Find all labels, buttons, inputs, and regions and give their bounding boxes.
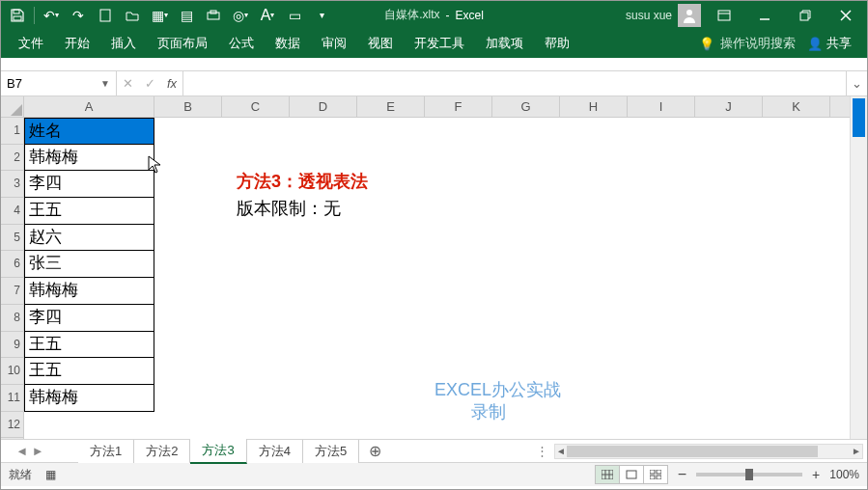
page-break-view-button[interactable] (643, 465, 668, 484)
row-header[interactable]: 2 (1, 145, 23, 172)
column-header[interactable]: G (492, 96, 560, 117)
row-header[interactable]: 8 (1, 305, 23, 332)
tab-formulas[interactable]: 公式 (219, 29, 264, 58)
column-header[interactable]: A (24, 96, 154, 117)
sheet-nav-arrows[interactable]: ◄ ► (1, 444, 59, 458)
sheet-tab[interactable]: 方法1 (78, 440, 134, 463)
column-header[interactable]: J (695, 96, 763, 117)
fx-icon[interactable]: fx (167, 76, 177, 91)
page-layout-view-button[interactable] (619, 465, 644, 484)
formula-input[interactable] (183, 71, 846, 95)
column-header[interactable]: B (154, 96, 222, 117)
sheet-tab[interactable]: 方法5 (303, 440, 359, 463)
cell[interactable]: 王五 (24, 358, 154, 385)
qat-icon[interactable]: ▦▾ (147, 3, 172, 28)
zoom-level[interactable]: 100% (829, 468, 859, 481)
tab-data[interactable]: 数据 (266, 29, 310, 58)
cell[interactable]: 韩梅梅 (24, 278, 154, 305)
tab-developer[interactable]: 开发工具 (405, 29, 474, 58)
cell-a1[interactable]: 姓名 (24, 118, 154, 145)
zoom-in-button[interactable]: + (812, 467, 820, 482)
row-header[interactable]: 6 (1, 251, 23, 278)
row-header[interactable]: 3 (1, 171, 23, 198)
tab-addins[interactable]: 加载项 (476, 29, 533, 58)
row-header[interactable]: 9 (1, 332, 23, 359)
cell[interactable]: 张三 (24, 251, 154, 278)
cell[interactable]: 韩梅梅 (24, 385, 154, 412)
row-header[interactable]: 12 (1, 412, 23, 439)
cell[interactable]: 李四 (24, 171, 154, 198)
scroll-right-icon[interactable]: ► (851, 445, 862, 458)
qat-icon[interactable]: ▤ (174, 3, 199, 28)
column-header[interactable]: D (290, 96, 357, 117)
column-header[interactable]: F (425, 96, 492, 117)
zoom-slider-thumb[interactable] (745, 469, 753, 480)
ribbon-options-icon[interactable] (707, 3, 742, 28)
column-header[interactable]: I (628, 96, 695, 117)
tab-review[interactable]: 审阅 (312, 29, 356, 58)
cancel-icon[interactable]: ✕ (123, 76, 133, 91)
row-header[interactable]: 5 (1, 225, 23, 252)
normal-view-button[interactable] (595, 465, 620, 484)
open-icon[interactable] (120, 3, 145, 28)
scrollbar-thumb[interactable] (853, 98, 865, 137)
expand-formula-bar-icon[interactable]: ⌄ (846, 71, 867, 95)
svg-rect-17 (650, 470, 655, 474)
select-all-corner[interactable] (1, 96, 24, 118)
tab-view[interactable]: 视图 (358, 29, 403, 58)
sheet-tab[interactable]: 方法4 (247, 440, 303, 463)
new-icon[interactable] (93, 3, 118, 28)
cell-grid[interactable]: 姓名 韩梅梅 李四 王五 赵六 张三 韩梅梅 李四 王五 王五 韩梅梅 方法3：… (24, 118, 850, 439)
qat-more-icon[interactable]: ▾ (309, 3, 334, 28)
row-header[interactable]: 10 (1, 358, 23, 385)
scroll-left-icon[interactable]: ◄ (555, 445, 567, 458)
sheet-tab[interactable]: 方法2 (134, 440, 190, 463)
macro-record-icon[interactable]: ▦ (45, 468, 56, 481)
qat-icon[interactable]: A▾ (255, 3, 280, 28)
qat-icon[interactable]: ◎▾ (228, 3, 253, 28)
enter-icon[interactable]: ✓ (145, 76, 155, 91)
scrollbar-thumb[interactable] (567, 446, 818, 457)
row-header[interactable]: 11 (1, 385, 23, 412)
new-sheet-button[interactable]: ⊕ (359, 442, 391, 460)
column-header[interactable]: K (763, 96, 830, 117)
tell-me-search[interactable]: 💡 操作说明搜索 (699, 35, 796, 52)
zoom-slider[interactable] (696, 473, 802, 476)
qat-icon[interactable]: ▭ (282, 3, 307, 28)
user-avatar[interactable] (678, 4, 701, 27)
column-header[interactable]: E (357, 96, 425, 117)
minimize-icon[interactable] (747, 3, 782, 28)
undo-icon[interactable]: ↶▾ (39, 3, 64, 28)
restore-icon[interactable] (788, 3, 823, 28)
redo-icon[interactable]: ↷ (66, 3, 91, 28)
zoom-out-button[interactable]: − (678, 466, 686, 483)
cell[interactable]: 王五 (24, 198, 154, 225)
cell[interactable]: 王五 (24, 332, 154, 359)
vertical-scrollbar[interactable] (850, 96, 867, 439)
column-header[interactable]: H (560, 96, 628, 117)
cell[interactable]: 韩梅梅 (24, 145, 154, 172)
horizontal-scrollbar[interactable]: ◄ ► (554, 444, 863, 459)
tab-layout[interactable]: 页面布局 (148, 29, 217, 58)
share-button[interactable]: 👤 共享 (807, 35, 852, 52)
name-box[interactable]: B7 ▼ (1, 71, 117, 96)
close-icon[interactable] (828, 3, 863, 28)
row-header[interactable]: 7 (1, 278, 23, 305)
save-icon[interactable] (5, 3, 30, 28)
cell[interactable]: 赵六 (24, 225, 154, 252)
document-name: 自媒体.xltx (384, 7, 439, 23)
sheet-tab-active[interactable]: 方法3 (190, 439, 246, 464)
svg-rect-9 (800, 13, 808, 20)
tab-file[interactable]: 文件 (9, 29, 53, 58)
tab-help[interactable]: 帮助 (535, 29, 579, 58)
worksheet-area: A B C D E F G H I J K 1 2 3 4 5 6 7 8 9 … (1, 96, 867, 439)
status-bar: 就绪 ▦ − + 100% (1, 462, 867, 486)
tab-home[interactable]: 开始 (55, 29, 99, 58)
row-header[interactable]: 4 (1, 198, 23, 225)
chevron-down-icon[interactable]: ▼ (100, 78, 110, 89)
cell[interactable]: 李四 (24, 305, 154, 332)
tab-insert[interactable]: 插入 (101, 29, 146, 58)
qat-icon[interactable] (201, 3, 226, 28)
row-header[interactable]: 1 (1, 118, 23, 145)
column-header[interactable]: C (222, 96, 290, 117)
